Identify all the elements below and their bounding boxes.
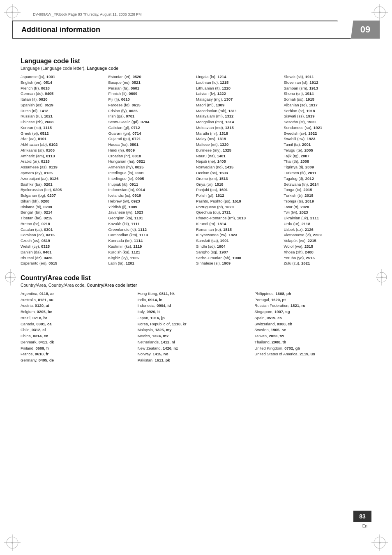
language-entry: Hausa (ha), 0801	[108, 142, 193, 147]
language-entry: Oromo (om), 1513	[196, 176, 281, 182]
country-entry: Malaysia, 1325, my	[138, 327, 251, 333]
language-entry: Slovak (sk), 1911	[284, 74, 369, 80]
language-entry: Czech (cs), 0319	[21, 238, 105, 244]
country-subheading-normal: Country/Area, Country/Area code,	[21, 283, 87, 288]
language-entry: Azerbaijani (az), 0126	[21, 176, 105, 182]
language-entry: Shona (sn), 1914	[284, 91, 369, 97]
language-entry: Breton (br), 0218	[21, 221, 105, 227]
country-entry: Thailand, 2008, th	[254, 339, 368, 345]
reg-mark-top-left	[2, 2, 23, 23]
country-entry: United Kingdom, 0702, gb	[254, 345, 368, 352]
language-entry: Hindi (hi), 0809	[108, 147, 193, 153]
language-entry: Volapük (vo), 2215	[284, 238, 369, 244]
country-entry: Taiwan, 2023, tw	[254, 333, 368, 339]
language-entry: Siswati (ss), 1919	[284, 113, 369, 119]
reg-mark-top-right	[369, 2, 390, 23]
country-entry: Switzerland, 0308, ch	[254, 321, 368, 327]
language-columns: Japanese (ja), 1001English (en), 0514Fre…	[21, 74, 371, 266]
country-section-heading: Country/Area code list	[21, 274, 371, 282]
language-entry: Kazakh (kk), 1111	[108, 221, 193, 227]
language-entry: Welsh (cy), 0325	[21, 244, 105, 249]
language-entry: Sanskrit (sa), 1901	[196, 238, 281, 244]
language-section-subheading: Language (Language code letter), Languag…	[21, 66, 371, 71]
language-column-3: Lingala (ln), 1214Laothian (lo), 1215Lit…	[196, 74, 284, 266]
language-entry: Dutch (nl), 1412	[21, 108, 105, 114]
country-entry: Russian Federation, 1821, ru	[254, 303, 368, 309]
language-entry: Latin (la), 1201	[108, 260, 193, 266]
language-entry: Wolof (wo), 2315	[284, 244, 369, 249]
language-entry: Greek (el), 0512	[21, 131, 105, 136]
language-entry: Xhosa (xh), 2408	[284, 249, 369, 255]
language-entry: Sindhi (sd), 1904	[196, 244, 281, 249]
country-entry: Netherlands, 1412, nl	[138, 339, 251, 345]
language-subheading-normal: Language (Language code letter),	[21, 66, 87, 71]
language-entry: Hungarian (hu), 0821	[108, 159, 193, 164]
language-entry: Scots-Gaelic (gd), 0704	[108, 119, 193, 125]
country-entry: France, 0618, fr	[21, 351, 134, 357]
language-entry: Gujarati (gu), 0721	[108, 136, 193, 142]
language-entry: Basque (eu), 0521	[108, 80, 193, 85]
language-entry: Yoruba (yo), 2515	[284, 255, 369, 261]
country-entry: Korea, Republic of, 1118, kr	[138, 321, 251, 327]
language-entry: German (de), 0405	[21, 91, 105, 97]
language-entry: Urdu (ur), 2118	[284, 221, 369, 227]
language-entry: Assamese (as), 0119	[21, 164, 105, 170]
reg-mark-left	[4, 267, 16, 288]
language-entry: Byelorussian (be), 0205	[21, 187, 105, 193]
language-entry: Interlingua (ia), 0901	[108, 170, 193, 176]
language-entry: Faroese (fo), 0615	[108, 102, 193, 108]
page-number-box: 83	[353, 511, 371, 522]
country-entry: Chile, 0312, cl	[21, 327, 134, 333]
country-entry: India, 0914, in	[138, 297, 251, 303]
svg-point-11	[12, 542, 13, 543]
language-entry: Burmese (my), 1325	[196, 147, 281, 153]
header-band: Additional information 09	[12, 21, 380, 39]
language-entry: Kannada (kn), 1114	[108, 238, 193, 244]
language-entry: Moldavian (mo), 1315	[196, 125, 281, 131]
language-entry: Bulgarian (bg), 0207	[21, 193, 105, 198]
language-entry: Ukrainian (uk), 2111	[284, 215, 369, 221]
country-columns: Argentina, 0118, arAustralia, 0121, auAu…	[21, 291, 371, 364]
language-entry: Bengali (bn), 0214	[21, 210, 105, 215]
svg-point-19	[9, 276, 11, 278]
language-entry: Twi (tw), 2023	[284, 210, 369, 215]
language-entry: Swedish (sv), 1922	[284, 131, 369, 136]
language-entry: Javanese (jw), 1023	[108, 210, 193, 215]
country-entry: Italy, 0920, it	[138, 309, 251, 315]
main-content: Language code list Language (Language co…	[21, 45, 371, 364]
language-entry: Cambodian (km), 1113	[108, 232, 193, 238]
svg-point-3	[12, 12, 13, 13]
language-entry: Catalan (ca), 0301	[21, 227, 105, 233]
country-entry: Austria, 0120, at	[21, 303, 134, 309]
language-entry: Rhaeto-Romance (rm), 1813	[196, 215, 281, 221]
language-entry: Galician (gl), 0712	[108, 125, 193, 131]
language-entry: Tajik (tg), 2007	[284, 153, 369, 159]
language-entry: Afrikaans (af), 0106	[21, 147, 105, 153]
reg-mark-bottom-left	[2, 532, 23, 553]
language-entry: Sesotho (st), 1920	[284, 119, 369, 125]
language-entry: Albanian (sq), 1917	[284, 102, 369, 108]
country-entry: United States of America, 2119, us	[254, 351, 368, 357]
language-entry: Bihari (bh), 0208	[21, 198, 105, 204]
country-entry: Philippines, 1608, ph	[254, 291, 368, 297]
language-entry: Lingala (ln), 1214	[196, 74, 281, 80]
country-entry: Hong Kong, 0811, hk	[138, 291, 251, 297]
language-entry: Bhutani (dz), 0426	[21, 255, 105, 261]
country-entry: Spain, 0519, es	[254, 315, 368, 321]
language-entry: Kinyarwanda (rw), 1823	[196, 232, 281, 238]
country-column-3: Philippines, 1608, phPortugal, 1620, ptR…	[254, 291, 371, 364]
language-entry: Polish (pl), 1612	[196, 193, 281, 198]
language-entry: Amharic (am), 0113	[21, 153, 105, 159]
language-entry: Panjabi (pa), 1601	[196, 187, 281, 193]
country-entry: Belgium, 0205, be	[21, 309, 134, 315]
language-entry: Oriya (or), 1518	[196, 182, 281, 187]
language-entry: Spanish (es), 0519	[21, 102, 105, 108]
language-entry: Maori (mi), 1309	[196, 102, 281, 108]
language-entry: Kashmiri (ks), 1119	[108, 244, 193, 249]
language-entry: Norwegian (no), 1415	[196, 164, 281, 170]
language-entry: Kurdish (ku), 1121	[108, 249, 193, 255]
language-entry: Georgian (ka), 1101	[108, 215, 193, 221]
language-entry: Indonesian (in), 0914	[108, 187, 193, 193]
country-entry: Finland, 0609, fi	[21, 345, 134, 352]
country-subheading-bold: Country/Area code letter	[87, 283, 137, 288]
